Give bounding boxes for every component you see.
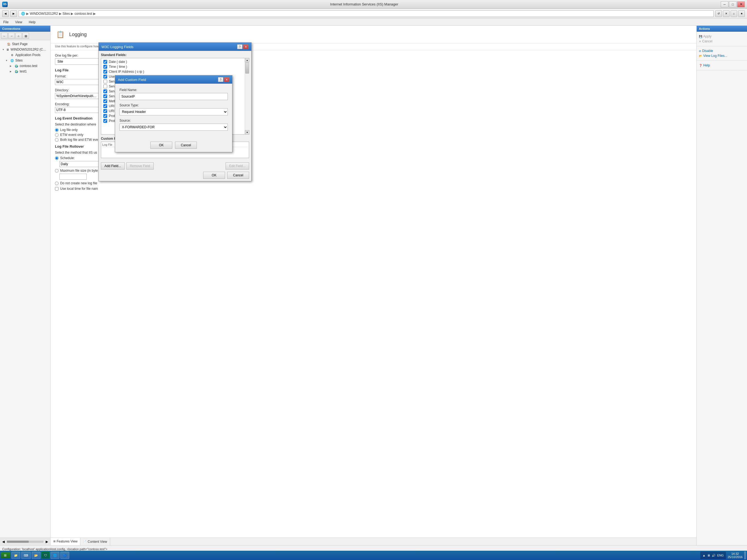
field-clientip-label: Client IP Address ( c-ip ): [109, 70, 144, 74]
custom-help-button[interactable]: ?: [218, 77, 223, 82]
taskbar-app-1[interactable]: 📁: [11, 552, 20, 559]
schedule-input[interactable]: [59, 161, 103, 167]
tray-lang: ENG: [717, 554, 724, 557]
disable-icon: ⊘: [699, 50, 701, 52]
sidebar-item-apppools[interactable]: ⚙ Application Pools: [1, 52, 49, 58]
field-servername-checkbox[interactable]: [103, 84, 107, 88]
address-path[interactable]: 🌐 ▶ WINDOWS2012R2 ▶ Sites ▶ contoso.test…: [19, 10, 714, 17]
sidebar-home-btn[interactable]: ⌂: [15, 33, 22, 39]
back-button[interactable]: ◀: [2, 10, 9, 17]
field-clientip-checkbox[interactable]: [103, 70, 107, 74]
source-type-select[interactable]: Request Header Response Header Server Va…: [120, 108, 228, 116]
cancel-link[interactable]: ✕ Cancel: [699, 39, 745, 44]
menu-view[interactable]: View: [14, 20, 23, 25]
scroll-down-arrow[interactable]: ▼: [245, 130, 249, 134]
field-serverip-checkbox[interactable]: [103, 90, 107, 93]
show-desktop-button[interactable]: [744, 552, 746, 559]
w3c-cancel-button[interactable]: Cancel: [227, 172, 249, 179]
taskbar-app-6[interactable]: 🔵: [60, 552, 69, 559]
add-field-button[interactable]: Add Field...: [101, 162, 125, 170]
time-display: 14:32: [728, 552, 743, 555]
sidebar-scroll-right[interactable]: ▶: [44, 540, 50, 543]
uselocaltime-checkbox[interactable]: Use local time for file nam: [55, 187, 692, 190]
field-uristem-checkbox[interactable]: [103, 104, 107, 108]
clock[interactable]: 14:32 25/10/2016: [728, 552, 743, 559]
field-protostatus-checkbox[interactable]: [103, 114, 107, 118]
tab-content-view[interactable]: 📄 Content View: [80, 538, 110, 545]
source-type-label: Source Type:: [120, 103, 228, 107]
forward-button[interactable]: ▶: [10, 10, 17, 17]
sidebar-item-sites[interactable]: ▼ 🌐 Sites: [1, 58, 49, 63]
w3c-dialog-controls: ? ✕: [237, 44, 249, 49]
tray-network-icon: 🖥: [707, 554, 710, 557]
remove-field-button[interactable]: Remove Field: [126, 162, 154, 170]
sidebar-item-contoso[interactable]: ▶ 🌍 contoso.test: [1, 63, 49, 69]
field-time-checkbox[interactable]: [103, 65, 107, 69]
sidebar-back-btn[interactable]: ←: [1, 33, 8, 39]
taskbar-app-2[interactable]: ⌨: [21, 552, 31, 559]
w3c-ok-cancel: OK Cancel: [99, 172, 251, 181]
w3c-close-button[interactable]: ✕: [243, 44, 249, 49]
w3c-help-button[interactable]: ?: [237, 44, 242, 49]
sidebar-item-test1[interactable]: ▶ 🌍 test1: [1, 69, 49, 74]
sidebar-item-server[interactable]: ▼ 🖥 WINDOWS2012R2 (CONTOSO: [1, 47, 49, 52]
custom-cancel-button[interactable]: Cancel: [175, 142, 197, 149]
view-log-files-link[interactable]: 📂 View Log Files...: [699, 53, 745, 58]
view-log-icon: 📂: [699, 54, 702, 57]
w3c-footer-right: Edit Field...: [226, 162, 249, 170]
maximize-button[interactable]: □: [729, 1, 737, 7]
features-view-label: Features View: [57, 539, 77, 543]
menu-help[interactable]: Help: [28, 20, 36, 25]
field-username-checkbox[interactable]: [103, 75, 107, 78]
taskbar-app-5[interactable]: 🌐: [51, 552, 59, 559]
favorites-button[interactable]: ★: [738, 10, 745, 17]
maxsize-input[interactable]: [59, 174, 87, 180]
scroll-up-arrow[interactable]: ▲: [245, 58, 249, 62]
sidebar-menu-btn[interactable]: ▤: [22, 33, 29, 39]
minimize-button[interactable]: ─: [721, 1, 728, 7]
start-button[interactable]: ⊞: [1, 552, 10, 558]
field-protosubstatus-checkbox[interactable]: [103, 119, 107, 123]
menu-file[interactable]: File: [2, 20, 9, 25]
field-uriquery-checkbox[interactable]: [103, 109, 107, 113]
donotcreate-radio[interactable]: Do not create new log file: [55, 181, 692, 185]
edit-field-button[interactable]: Edit Field...: [226, 162, 249, 170]
field-sitename-checkbox[interactable]: [103, 80, 107, 83]
window-controls: ─ □ ✕: [721, 1, 745, 7]
sidebar-forward-btn[interactable]: →: [8, 33, 15, 39]
close-button[interactable]: ✕: [737, 1, 745, 7]
tab-features-view[interactable]: ⊞ Features View: [51, 538, 80, 545]
path-separator-1: ▶: [26, 12, 29, 16]
field-time-label: Time ( time ): [109, 65, 127, 69]
format-input[interactable]: [55, 79, 104, 85]
field-method-checkbox[interactable]: [103, 99, 107, 103]
action-group-main: 💾 Apply ✕ Cancel: [697, 32, 747, 46]
taskbar-app-3[interactable]: 📂: [32, 552, 41, 559]
sites-label: Sites: [15, 58, 23, 62]
path-separator-2: ▶: [59, 12, 61, 16]
refresh-button[interactable]: ↺: [715, 10, 722, 17]
w3c-ok-button[interactable]: OK: [203, 172, 225, 179]
home-button[interactable]: ⌂: [730, 10, 737, 17]
field-scrollbar: ▲ ▼: [245, 58, 249, 134]
stop-button[interactable]: ✕: [723, 10, 729, 17]
field-date-checkbox[interactable]: [103, 60, 107, 64]
sidebar-item-startpage[interactable]: 🏠 Start Page: [1, 41, 49, 47]
custom-ok-button[interactable]: OK: [150, 142, 172, 149]
disable-link[interactable]: ⊘ Disable: [699, 48, 745, 53]
custom-dialog-titlebar: Add Custom Field ? ✕: [115, 75, 232, 84]
system-tray: ▲ 🖥 🔊 ENG: [700, 552, 726, 559]
source-input[interactable]: X-FORWARDED-FOR: [120, 124, 228, 131]
help-link[interactable]: ❓ Help: [699, 63, 745, 68]
directory-input[interactable]: [55, 93, 99, 99]
sidebar-scroll-left[interactable]: ◀: [0, 540, 7, 543]
custom-close-button[interactable]: ✕: [224, 77, 229, 82]
taskbar-app-4[interactable]: 🛡: [42, 552, 50, 559]
apppools-label: Application Pools: [15, 53, 41, 57]
one-log-file-select[interactable]: Site: [55, 58, 104, 65]
field-serverport-checkbox[interactable]: [103, 94, 107, 98]
field-name-input[interactable]: [120, 93, 228, 100]
scroll-thumb[interactable]: [245, 62, 249, 74]
apply-link[interactable]: 💾 Apply: [699, 34, 745, 39]
encoding-input[interactable]: [55, 107, 104, 113]
